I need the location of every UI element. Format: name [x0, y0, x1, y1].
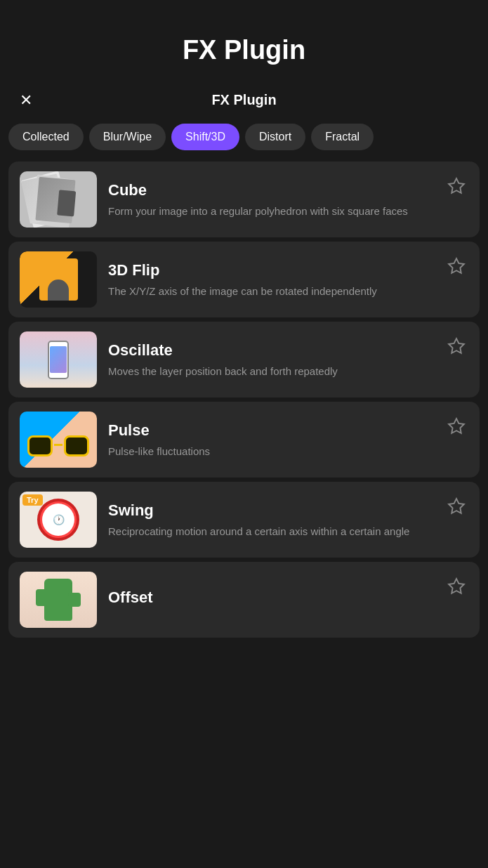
plugin-card-3dflip[interactable]: 3D Flip The X/Y/Z axis of the image can … — [8, 242, 480, 317]
plugin-name-swing: Swing — [108, 501, 433, 520]
star-button-cube[interactable] — [444, 174, 468, 201]
try-badge-swing: Try — [22, 494, 43, 506]
star-icon-3dflip — [447, 257, 466, 275]
plugin-info-3dflip: 3D Flip The X/Y/Z axis of the image can … — [108, 261, 433, 298]
svg-marker-1 — [449, 258, 464, 273]
plugin-info-cube: Cube Form your image into a regular poly… — [108, 181, 433, 218]
plugin-name-cube: Cube — [108, 181, 433, 199]
app-title: FX Plugin — [14, 35, 474, 65]
plugin-desc-swing: Reciprocating motion around a certain ax… — [108, 524, 433, 539]
plugin-info-swing: Swing Reciprocating motion around a cert… — [108, 501, 433, 539]
plugin-thumb-oscillate — [20, 331, 97, 388]
plugin-thumb-offset — [20, 572, 97, 628]
tab-shift3d[interactable]: Shift/3D — [171, 124, 239, 150]
star-icon-oscillate — [447, 337, 466, 355]
tabs-container: Collected Blur/Wipe Shift/3D Distort Fra… — [0, 117, 488, 162]
star-button-3dflip[interactable] — [444, 254, 468, 281]
plugin-info-pulse: Pulse Pulse-like fluctuations — [108, 421, 433, 459]
svg-marker-0 — [449, 178, 464, 193]
star-button-offset[interactable] — [444, 574, 468, 601]
plugin-desc-cube: Form your image into a regular polyhedro… — [108, 204, 433, 218]
plugin-desc-3dflip: The X/Y/Z axis of the image can be rotat… — [108, 284, 433, 298]
modal-header: ✕ FX Plugin — [0, 79, 488, 117]
star-icon-cube — [447, 177, 466, 195]
plugin-card-oscillate[interactable]: Oscillate Moves the layer position back … — [8, 322, 480, 397]
star-icon-pulse — [447, 417, 466, 435]
close-button[interactable]: ✕ — [17, 90, 35, 111]
svg-marker-5 — [449, 579, 464, 593]
plugin-desc-oscillate: Moves the layer position back and forth … — [108, 364, 433, 379]
star-icon-offset — [447, 577, 466, 596]
plugin-thumb-3dflip — [20, 251, 97, 308]
plugin-thumb-swing: Try 🕐 — [20, 492, 97, 548]
modal-title: FX Plugin — [211, 92, 276, 108]
tab-fractal[interactable]: Fractal — [311, 124, 374, 150]
plugin-card-swing[interactable]: Try 🕐 Swing Reciprocating motion around … — [8, 482, 480, 558]
svg-marker-4 — [449, 499, 464, 513]
plugin-name-oscillate: Oscillate — [108, 341, 433, 360]
plugin-name-pulse: Pulse — [108, 421, 433, 440]
star-button-oscillate[interactable] — [444, 334, 468, 361]
star-button-swing[interactable] — [444, 494, 468, 521]
star-icon-swing — [447, 497, 466, 515]
plugin-thumb-cube — [20, 171, 97, 228]
plugin-card-offset[interactable]: Offset — [8, 562, 480, 638]
svg-marker-2 — [449, 338, 464, 353]
plugin-desc-pulse: Pulse-like fluctuations — [108, 444, 433, 459]
tab-blurwipe[interactable]: Blur/Wipe — [89, 124, 166, 150]
tab-collected[interactable]: Collected — [8, 124, 84, 150]
plugin-card-cube[interactable]: Cube Form your image into a regular poly… — [8, 162, 480, 237]
plugin-list: Cube Form your image into a regular poly… — [0, 162, 488, 652]
plugin-info-oscillate: Oscillate Moves the layer position back … — [108, 341, 433, 379]
app-title-section: FX Plugin — [0, 0, 488, 79]
plugin-thumb-pulse — [20, 412, 97, 468]
plugin-info-offset: Offset — [108, 588, 433, 611]
plugin-card-pulse[interactable]: Pulse Pulse-like fluctuations — [8, 402, 480, 478]
plugin-name-offset: Offset — [108, 588, 433, 607]
svg-marker-3 — [449, 419, 464, 433]
star-button-pulse[interactable] — [444, 414, 468, 441]
tab-distort[interactable]: Distort — [245, 124, 305, 150]
close-icon: ✕ — [20, 91, 32, 109]
plugin-name-3dflip: 3D Flip — [108, 261, 433, 280]
